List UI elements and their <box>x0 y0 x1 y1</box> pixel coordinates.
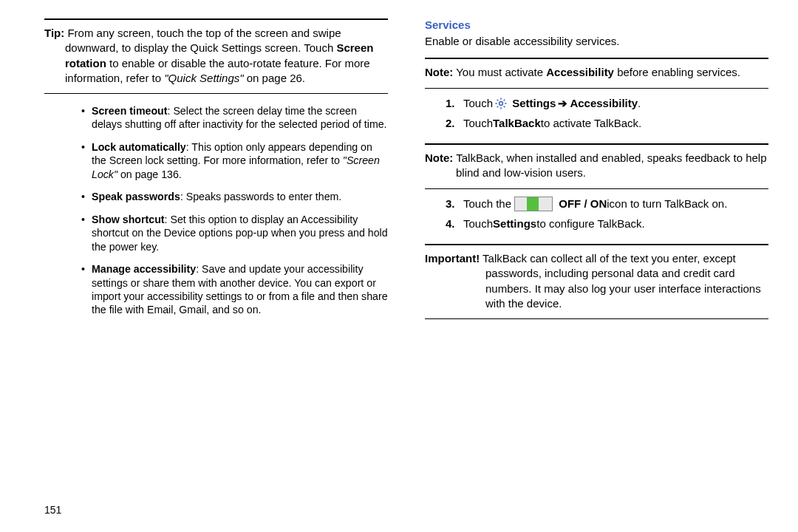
bullet-bold: Lock automatically <box>92 141 186 153</box>
step-number: 2. <box>446 116 463 131</box>
divider <box>44 93 388 94</box>
divider <box>425 188 768 189</box>
list-item: 4. Touch Settings to configure TalkBack. <box>446 216 645 231</box>
tip-label: Tip: <box>44 27 64 39</box>
step-pre: Touch <box>463 96 493 111</box>
step-bold2: Accessibility <box>570 96 638 111</box>
gear-icon <box>494 97 508 110</box>
list-item: 2. Touch TalkBack to activate TalkBack. <box>446 116 641 131</box>
bullet-bold: Manage accessibility <box>92 263 196 275</box>
list-item: Speak passwords: Speaks passwords to ent… <box>81 190 388 203</box>
step-list: 3. Touch the OFF / ON icon to turn TalkB… <box>425 197 768 237</box>
bullet-bold: Screen timeout <box>92 105 168 117</box>
intro-text: Enable or disable accessibility services… <box>425 34 768 49</box>
step-bold: TalkBack <box>493 116 541 131</box>
toggle-icon <box>514 197 553 211</box>
divider <box>425 58 768 59</box>
note-bold: Accessibility <box>546 66 614 78</box>
note-block: Note: TalkBack, when installed and enabl… <box>425 148 768 185</box>
step-pre: Touch the <box>463 197 511 211</box>
bullet-bold: Show shortcut <box>92 214 165 225</box>
bullet-text: : Speaks passwords to enter them. <box>180 191 341 202</box>
tip-text3: on page 26. <box>244 72 305 84</box>
left-column: Tip: From any screen, touch the top of t… <box>44 18 388 326</box>
step-number: 3. <box>446 197 463 211</box>
divider <box>425 318 768 319</box>
step-pre: Touch <box>463 216 493 231</box>
step-pre: Touch <box>463 116 493 131</box>
note-text: TalkBack, when installed and enabled, sp… <box>453 151 766 179</box>
note-tail: before enabling services. <box>614 66 740 78</box>
divider <box>425 143 768 145</box>
bullet-bold: Speak passwords <box>92 191 180 202</box>
list-item: Screen timeout: Select the screen delay … <box>81 104 388 132</box>
list-item: Show shortcut: Set this option to displa… <box>81 213 388 253</box>
list-item: Manage accessibility: Save and update yo… <box>81 262 388 317</box>
important-label: Important! <box>425 252 480 265</box>
bullet-list: Screen timeout: Select the screen delay … <box>44 104 388 317</box>
step-bold: Settings <box>493 216 536 231</box>
step-bold1: Settings <box>512 96 556 111</box>
list-item: 1. Touch Settings ➔ Accessibility. <box>446 96 641 111</box>
right-column: Services Enable or disable accessibility… <box>425 18 768 326</box>
note-text: You must activate <box>453 66 546 78</box>
step-list: 1. Touch Settings ➔ Accessibility. 2. To… <box>425 96 768 137</box>
svg-point-0 <box>499 101 503 105</box>
note-label: Note: <box>425 151 453 164</box>
divider <box>425 88 768 89</box>
section-title: Services <box>425 18 768 31</box>
step-number: 4. <box>446 216 463 231</box>
list-item: Lock automatically: This option only app… <box>81 140 388 181</box>
step-tail: to activate TalkBack. <box>541 116 641 131</box>
tip-block: Tip: From any screen, touch the top of t… <box>44 23 388 90</box>
step-tail: icon to turn TalkBack on. <box>607 197 727 211</box>
divider <box>425 244 768 245</box>
tip-text1: From any screen, touch the top of the sc… <box>64 27 341 54</box>
step-tail: to configure TalkBack. <box>536 216 644 231</box>
important-text: TalkBack can collect all of the text you… <box>480 252 761 310</box>
list-item: 3. Touch the OFF / ON icon to turn TalkB… <box>446 197 727 211</box>
arrow-icon: ➔ <box>558 96 567 111</box>
bullet-tail: on page 136. <box>117 168 182 180</box>
tip-italic1: "Quick Settings" <box>164 72 243 84</box>
note-block: Note: You must activate Accessibility be… <box>425 62 768 84</box>
step-number: 1. <box>446 96 463 111</box>
page-number: 151 <box>44 504 61 516</box>
note-label: Note: <box>425 66 453 78</box>
important-block: Important! TalkBack can collect all of t… <box>425 248 768 316</box>
divider <box>44 18 388 20</box>
step-bold: OFF / ON <box>559 197 607 211</box>
